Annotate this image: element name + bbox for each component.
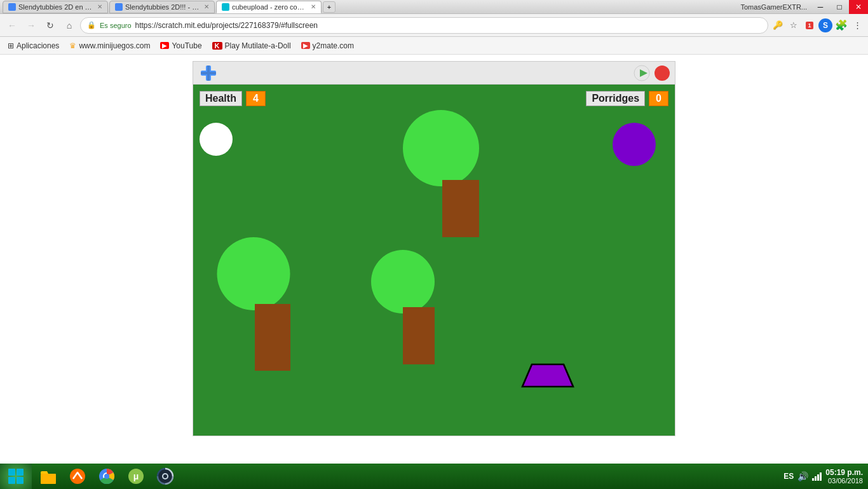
scratch-project-frame: Health 4 Porridges 0 (193, 61, 675, 436)
language-indicator: ES (783, 472, 794, 481)
mutilate-favicon: K (212, 42, 222, 50)
folder-icon (39, 467, 57, 485)
start-button[interactable] (0, 464, 32, 489)
extension-1[interactable]: 1 (803, 18, 817, 32)
utorrent-icon: μ (127, 467, 145, 485)
close-button[interactable]: ✕ (849, 0, 868, 14)
signal-bar-2 (815, 476, 817, 481)
porridges-value: 0 (649, 91, 668, 106)
window-controls: TomasGamerEXTR... ─ □ ✕ (736, 0, 868, 13)
svg-point-17 (70, 469, 85, 484)
youtube-favicon: ▶ (160, 42, 169, 49)
bookmark-minijuegos[interactable]: ♛ www.minijuegos.com (67, 40, 153, 52)
maximize-button[interactable]: □ (830, 0, 849, 14)
chrome-icon (98, 467, 116, 485)
tab-3-close[interactable]: ✕ (311, 3, 316, 10)
taskbar-file-explorer[interactable] (34, 465, 62, 488)
apps-icon: ⊞ (8, 41, 14, 50)
clock: 05:19 p.m. 03/06/2018 (825, 468, 863, 485)
taskbar-apps: μ (32, 465, 778, 488)
home-button[interactable]: ⌂ (61, 17, 78, 34)
bookmark-aplicaciones[interactable]: ⊞ Aplicaciones (5, 40, 62, 52)
scratch-icon (198, 63, 219, 83)
date-display: 03/06/2018 (825, 477, 863, 485)
svg-text:μ: μ (133, 471, 139, 481)
avast-icon (69, 467, 86, 485)
signal-bar-4 (820, 472, 822, 481)
enemy-purple (613, 123, 656, 166)
star-icon[interactable]: ☆ (787, 18, 801, 32)
key-icon[interactable]: 🔑 (771, 18, 785, 32)
bookmarks-bar: ⊞ Aplicaciones ♛ www.minijuegos.com ▶ Yo… (0, 37, 868, 55)
taskbar-avast[interactable] (64, 465, 92, 488)
scratch-toolbar (193, 62, 675, 85)
bookmark-y2mate[interactable]: ▶ y2mate.com (299, 40, 356, 52)
back-button[interactable]: ← (4, 17, 20, 34)
tab-1[interactable]: Slendytubbies 2D en Scra... ✕ (3, 1, 108, 13)
bookmark-youtube[interactable]: ▶ YouTube (158, 40, 204, 52)
player-main-character (519, 352, 576, 392)
scratch-logo (198, 63, 219, 83)
tab-3[interactable]: cubeupload - zero comp... ✕ (216, 1, 322, 13)
svg-rect-16 (41, 474, 56, 484)
red-stop-button[interactable] (654, 65, 670, 81)
new-tab-button[interactable]: + (323, 1, 336, 13)
svg-rect-15 (17, 477, 24, 484)
health-value: 4 (246, 91, 266, 106)
signal-bar-1 (812, 478, 814, 481)
taskbar-steam[interactable] (151, 465, 179, 488)
title-bar-tabs: Slendytubbies 2D en Scra... ✕ Slendytubb… (0, 1, 736, 13)
health-label: Health (200, 91, 242, 106)
taskbar-chrome[interactable] (93, 465, 121, 488)
svg-rect-13 (17, 469, 24, 476)
green-flag-button[interactable] (633, 64, 651, 82)
url-text: https://scratch.mit.edu/projects/2271683… (135, 21, 761, 30)
character-svg (519, 352, 576, 390)
svg-point-20 (104, 474, 109, 479)
lock-icon: 🔒 (87, 21, 96, 29)
user-info: TomasGamerEXTR... (736, 3, 811, 11)
signal-bars (812, 472, 822, 481)
tab-2-close[interactable]: ✕ (204, 3, 209, 10)
porridges-label: Porridges (586, 91, 645, 106)
title-bar: Slendytubbies 2D en Scra... ✕ Slendytubb… (0, 0, 868, 14)
forward-button[interactable]: → (23, 17, 39, 34)
navigation-bar: ← → ↻ ⌂ 🔒 Es seguro https://scratch.mit.… (0, 14, 868, 37)
svg-rect-14 (8, 477, 15, 484)
svg-rect-3 (201, 72, 216, 74)
player-character (200, 123, 233, 156)
green-flag-icon (634, 65, 650, 81)
steam-icon (156, 467, 174, 485)
svg-point-25 (163, 474, 167, 478)
minimize-button[interactable]: ─ (811, 0, 830, 14)
taskbar: μ ES 🔊 05:19 p.m. 03/ (0, 464, 868, 489)
volume-icon: 🔊 (797, 471, 808, 481)
address-bar[interactable]: 🔒 Es seguro https://scratch.mit.edu/proj… (80, 17, 768, 34)
menu-icon[interactable]: ⋮ (850, 18, 864, 32)
health-display: Health 4 (200, 91, 266, 106)
time-display: 05:19 p.m. (825, 468, 863, 477)
taskbar-utorrent[interactable]: μ (122, 465, 150, 488)
porridges-display: Porridges 0 (586, 91, 668, 106)
content-area: Health 4 Porridges 0 (0, 55, 868, 464)
bookmark-mutilate[interactable]: K Play Mutilate-a-Doll (210, 40, 294, 52)
svg-rect-12 (8, 469, 15, 476)
security-label: Es seguro (100, 22, 132, 29)
tab-1-close[interactable]: ✕ (97, 3, 102, 10)
y2mate-favicon: ▶ (301, 42, 310, 49)
chrome-extension-icon[interactable]: 🧩 (834, 18, 848, 32)
nav-right-icons: 🔑 ☆ 1 S 🧩 ⋮ (771, 18, 864, 32)
scratch-controls (633, 64, 670, 82)
taskbar-right: ES 🔊 05:19 p.m. 03/06/2018 (778, 468, 868, 485)
windows-logo (7, 467, 25, 485)
tab-2[interactable]: Slendytubbies 2D!!! - Dis... ✕ (109, 1, 215, 13)
game-canvas: Health 4 Porridges 0 (193, 85, 675, 436)
google-account-s-icon[interactable]: S (818, 18, 832, 32)
signal-bar-3 (817, 474, 819, 481)
crown-icon: ♛ (69, 41, 76, 50)
refresh-button[interactable]: ↻ (42, 17, 58, 34)
